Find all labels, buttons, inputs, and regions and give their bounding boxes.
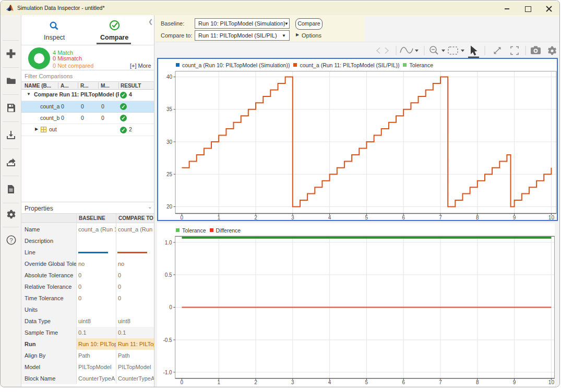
svg-text:35: 35 (166, 106, 173, 112)
svg-text:2: 2 (254, 215, 257, 220)
svg-text:10: 10 (548, 215, 555, 220)
svg-text:0: 0 (181, 379, 184, 385)
svg-text:5: 5 (365, 215, 368, 220)
svg-text:20: 20 (166, 204, 173, 210)
svg-text:7: 7 (439, 379, 442, 385)
svg-text:7: 7 (439, 215, 442, 220)
svg-text:2: 2 (254, 379, 257, 385)
svg-text:4: 4 (328, 379, 331, 385)
svg-text:-0.5: -0.5 (163, 337, 172, 343)
svg-text:8: 8 (476, 379, 479, 385)
svg-text:40: 40 (166, 74, 173, 80)
svg-text:0: 0 (169, 304, 172, 310)
svg-text:4: 4 (328, 215, 331, 220)
svg-text:30: 30 (166, 139, 173, 145)
svg-text:3: 3 (291, 379, 294, 385)
svg-text:6: 6 (402, 379, 405, 385)
svg-text:1: 1 (217, 215, 220, 220)
svg-text:3: 3 (291, 215, 294, 220)
svg-text:1: 1 (217, 379, 220, 385)
svg-text:8: 8 (476, 215, 479, 220)
svg-text:-1.0: -1.0 (163, 370, 172, 375)
svg-text:10: 10 (548, 379, 555, 385)
svg-text:?: ? (9, 237, 13, 243)
svg-text:9: 9 (513, 379, 516, 385)
svg-text:1.0: 1.0 (165, 240, 172, 246)
svg-text:25: 25 (166, 172, 173, 177)
svg-text:0.5: 0.5 (165, 272, 172, 278)
svg-text:6: 6 (402, 215, 405, 220)
svg-text:9: 9 (513, 215, 516, 220)
svg-text:0: 0 (181, 215, 184, 220)
svg-text:5: 5 (365, 379, 368, 385)
